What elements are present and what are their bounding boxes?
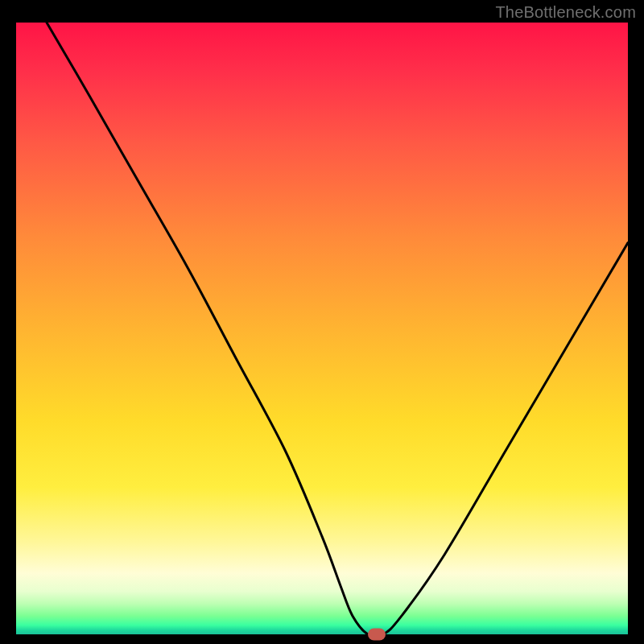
curve-path [47, 23, 628, 634]
optimal-point-marker [368, 629, 386, 641]
plot-area [16, 23, 628, 634]
chart-frame: TheBottleneck.com [0, 0, 644, 644]
attribution-text: TheBottleneck.com [495, 3, 636, 22]
bottleneck-curve [16, 23, 628, 634]
